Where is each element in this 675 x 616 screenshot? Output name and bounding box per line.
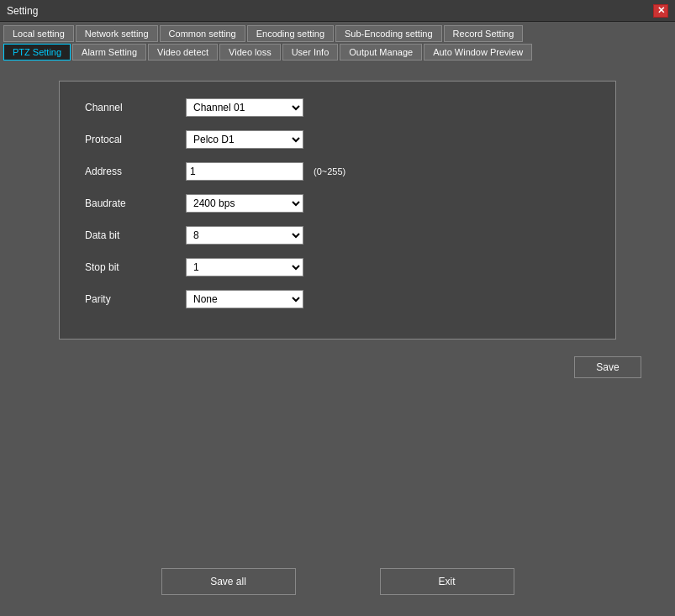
channel-row: Channel Channel 01 Channel 02 Channel 03… <box>85 98 590 117</box>
tab-local-setting[interactable]: Local setting <box>3 25 74 42</box>
main-container: Local setting Network setting Common set… <box>0 22 675 616</box>
parity-select[interactable]: None Odd Even <box>186 290 303 308</box>
address-input-group: (0~255) <box>186 162 345 181</box>
databit-select[interactable]: 8 7 6 5 <box>186 226 303 245</box>
protocol-select[interactable]: Pelco D1 Pelco P Visca <box>186 130 303 149</box>
save-all-button[interactable]: Save all <box>161 568 296 595</box>
address-input[interactable] <box>186 162 303 181</box>
tab-sub-encoding-setting[interactable]: Sub-Encoding setting <box>335 25 442 42</box>
tab-common-setting[interactable]: Common setting <box>160 25 245 42</box>
content-area: Channel Channel 01 Channel 02 Channel 03… <box>0 64 675 616</box>
save-button[interactable]: Save <box>574 356 641 378</box>
databit-input-group: 8 7 6 5 <box>186 226 303 245</box>
tab-row-2: PTZ Setting Alarm Setting Video detect V… <box>0 42 675 64</box>
address-label: Address <box>85 166 186 177</box>
protocol-label: Protocal <box>85 134 186 145</box>
address-hint: (0~255) <box>314 166 345 176</box>
address-row: Address (0~255) <box>85 162 590 181</box>
exit-button[interactable]: Exit <box>380 568 514 595</box>
close-button[interactable]: ✕ <box>653 4 668 18</box>
stopbit-row: Stop bit 1 2 <box>85 258 590 276</box>
tab-network-setting[interactable]: Network setting <box>76 25 158 42</box>
baudrate-select[interactable]: 2400 bps 4800 bps 9600 bps 19200 bps <box>186 194 303 213</box>
baudrate-row: Baudrate 2400 bps 4800 bps 9600 bps 1920… <box>85 194 590 213</box>
parity-row: Parity None Odd Even <box>85 290 590 308</box>
channel-input-group: Channel 01 Channel 02 Channel 03 Channel… <box>186 98 303 117</box>
protocol-row: Protocal Pelco D1 Pelco P Visca <box>85 130 590 149</box>
tab-ptz-setting[interactable]: PTZ Setting <box>3 44 71 61</box>
parity-label: Parity <box>85 293 186 305</box>
settings-panel: Channel Channel 01 Channel 02 Channel 03… <box>59 81 616 340</box>
tab-user-info[interactable]: User Info <box>282 44 339 61</box>
stopbit-select[interactable]: 1 2 <box>186 258 303 276</box>
databit-label: Data bit <box>85 229 186 241</box>
tab-auto-window-preview[interactable]: Auto Window Preview <box>424 44 532 61</box>
databit-row: Data bit 8 7 6 5 <box>85 226 590 245</box>
baudrate-input-group: 2400 bps 4800 bps 9600 bps 19200 bps <box>186 194 303 213</box>
tab-row-1: Local setting Network setting Common set… <box>0 22 675 42</box>
stopbit-label: Stop bit <box>85 261 186 273</box>
baudrate-label: Baudrate <box>85 197 186 209</box>
tab-record-setting[interactable]: Record Setting <box>444 25 524 42</box>
channel-label: Channel <box>85 102 186 113</box>
protocol-input-group: Pelco D1 Pelco P Visca <box>186 130 303 149</box>
save-button-area: Save <box>17 356 658 378</box>
stopbit-input-group: 1 2 <box>186 258 303 276</box>
tab-video-loss[interactable]: Video loss <box>219 44 281 61</box>
tab-output-manage[interactable]: Output Manage <box>340 44 422 61</box>
parity-input-group: None Odd Even <box>186 290 303 308</box>
tab-alarm-setting[interactable]: Alarm Setting <box>72 44 146 61</box>
channel-select[interactable]: Channel 01 Channel 02 Channel 03 Channel… <box>186 98 303 117</box>
tab-video-detect[interactable]: Video detect <box>148 44 218 61</box>
bottom-buttons-area: Save all Exit <box>0 555 675 608</box>
window-title: Setting <box>7 5 38 17</box>
tab-encoding-setting[interactable]: Encoding setting <box>247 25 334 42</box>
title-bar: Setting ✕ <box>0 0 675 22</box>
